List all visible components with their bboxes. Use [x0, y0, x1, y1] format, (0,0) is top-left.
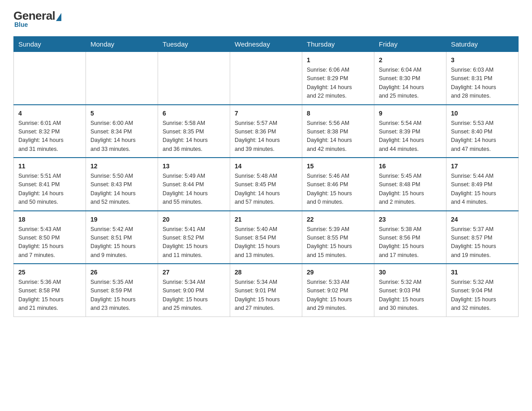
- calendar-cell: 9Sunrise: 5:54 AMSunset: 8:39 PMDaylight…: [374, 105, 446, 158]
- calendar-week-row: 11Sunrise: 5:51 AMSunset: 8:41 PMDayligh…: [14, 158, 519, 211]
- day-number: 12: [90, 162, 153, 171]
- day-number: 4: [18, 109, 81, 118]
- calendar-cell: [86, 52, 158, 105]
- calendar-week-row: 4Sunrise: 6:01 AMSunset: 8:32 PMDaylight…: [14, 105, 519, 158]
- day-number: 13: [163, 162, 225, 171]
- calendar-cell: 26Sunrise: 5:35 AMSunset: 8:59 PMDayligh…: [86, 264, 158, 317]
- weekday-header-row: SundayMondayTuesdayWednesdayThursdayFrid…: [14, 37, 519, 52]
- calendar-cell: 31Sunrise: 5:32 AMSunset: 9:04 PMDayligh…: [446, 264, 519, 317]
- calendar-cell: 10Sunrise: 5:53 AMSunset: 8:40 PMDayligh…: [446, 105, 519, 158]
- day-number: 14: [235, 162, 297, 171]
- weekday-header-sunday: Sunday: [14, 37, 86, 52]
- calendar-cell: 13Sunrise: 5:49 AMSunset: 8:44 PMDayligh…: [158, 158, 230, 211]
- day-number: 31: [451, 268, 514, 277]
- day-number: 25: [18, 268, 81, 277]
- day-number: 15: [307, 162, 369, 171]
- day-number: 21: [235, 215, 297, 224]
- day-info: Sunrise: 5:36 AMSunset: 8:58 PMDaylight:…: [18, 278, 81, 313]
- day-number: 8: [307, 109, 369, 118]
- day-info: Sunrise: 5:42 AMSunset: 8:51 PMDaylight:…: [90, 225, 153, 260]
- calendar-cell: 11Sunrise: 5:51 AMSunset: 8:41 PMDayligh…: [14, 158, 86, 211]
- day-number: 26: [90, 268, 153, 277]
- day-number: 10: [451, 109, 514, 118]
- calendar-cell: 18Sunrise: 5:43 AMSunset: 8:50 PMDayligh…: [14, 211, 86, 264]
- day-number: 3: [451, 56, 514, 65]
- calendar-cell: 30Sunrise: 5:32 AMSunset: 9:03 PMDayligh…: [374, 264, 446, 317]
- day-info: Sunrise: 5:34 AMSunset: 9:00 PMDaylight:…: [163, 278, 225, 313]
- day-info: Sunrise: 5:53 AMSunset: 8:40 PMDaylight:…: [451, 119, 514, 154]
- calendar-cell: 12Sunrise: 5:50 AMSunset: 8:43 PMDayligh…: [86, 158, 158, 211]
- calendar-cell: 28Sunrise: 5:34 AMSunset: 9:01 PMDayligh…: [230, 264, 302, 317]
- calendar-week-row: 18Sunrise: 5:43 AMSunset: 8:50 PMDayligh…: [14, 211, 519, 264]
- logo-triangle-icon: [56, 13, 61, 21]
- day-info: Sunrise: 5:51 AMSunset: 8:41 PMDaylight:…: [18, 172, 81, 207]
- logo: General Blue: [13, 9, 61, 28]
- calendar-cell: 27Sunrise: 5:34 AMSunset: 9:00 PMDayligh…: [158, 264, 230, 317]
- day-info: Sunrise: 5:41 AMSunset: 8:52 PMDaylight:…: [163, 225, 225, 260]
- day-info: Sunrise: 6:01 AMSunset: 8:32 PMDaylight:…: [18, 119, 81, 154]
- day-info: Sunrise: 5:38 AMSunset: 8:56 PMDaylight:…: [379, 225, 442, 260]
- day-info: Sunrise: 5:46 AMSunset: 8:46 PMDaylight:…: [307, 172, 369, 207]
- calendar-week-row: 25Sunrise: 5:36 AMSunset: 8:58 PMDayligh…: [14, 264, 519, 317]
- day-info: Sunrise: 5:45 AMSunset: 8:48 PMDaylight:…: [379, 172, 442, 207]
- calendar-cell: 17Sunrise: 5:44 AMSunset: 8:49 PMDayligh…: [446, 158, 519, 211]
- day-info: Sunrise: 6:03 AMSunset: 8:31 PMDaylight:…: [451, 66, 514, 101]
- day-info: Sunrise: 5:40 AMSunset: 8:54 PMDaylight:…: [235, 225, 297, 260]
- calendar-cell: 24Sunrise: 5:37 AMSunset: 8:57 PMDayligh…: [446, 211, 519, 264]
- day-number: 6: [163, 109, 225, 118]
- weekday-header-friday: Friday: [374, 37, 446, 52]
- calendar-cell: 21Sunrise: 5:40 AMSunset: 8:54 PMDayligh…: [230, 211, 302, 264]
- day-info: Sunrise: 5:32 AMSunset: 9:03 PMDaylight:…: [379, 278, 442, 313]
- day-number: 30: [379, 268, 442, 277]
- day-info: Sunrise: 5:35 AMSunset: 8:59 PMDaylight:…: [90, 278, 153, 313]
- day-number: 16: [379, 162, 442, 171]
- page-header: General Blue: [13, 9, 519, 28]
- day-info: Sunrise: 5:43 AMSunset: 8:50 PMDaylight:…: [18, 225, 81, 260]
- calendar-table: SundayMondayTuesdayWednesdayThursdayFrid…: [13, 36, 519, 317]
- day-number: 19: [90, 215, 153, 224]
- calendar-cell: 29Sunrise: 5:33 AMSunset: 9:02 PMDayligh…: [302, 264, 374, 317]
- day-info: Sunrise: 6:04 AMSunset: 8:30 PMDaylight:…: [379, 66, 442, 101]
- day-info: Sunrise: 5:50 AMSunset: 8:43 PMDaylight:…: [90, 172, 153, 207]
- calendar-cell: 3Sunrise: 6:03 AMSunset: 8:31 PMDaylight…: [446, 52, 519, 105]
- day-info: Sunrise: 5:44 AMSunset: 8:49 PMDaylight:…: [451, 172, 514, 207]
- day-info: Sunrise: 5:54 AMSunset: 8:39 PMDaylight:…: [379, 119, 442, 154]
- day-number: 22: [307, 215, 369, 224]
- calendar-cell: [14, 52, 86, 105]
- calendar-cell: 2Sunrise: 6:04 AMSunset: 8:30 PMDaylight…: [374, 52, 446, 105]
- day-info: Sunrise: 5:48 AMSunset: 8:45 PMDaylight:…: [235, 172, 297, 207]
- weekday-header-thursday: Thursday: [302, 37, 374, 52]
- calendar-cell: 5Sunrise: 6:00 AMSunset: 8:34 PMDaylight…: [86, 105, 158, 158]
- calendar-cell: 7Sunrise: 5:57 AMSunset: 8:36 PMDaylight…: [230, 105, 302, 158]
- day-info: Sunrise: 5:49 AMSunset: 8:44 PMDaylight:…: [163, 172, 225, 207]
- day-number: 2: [379, 56, 442, 65]
- calendar-cell: 19Sunrise: 5:42 AMSunset: 8:51 PMDayligh…: [86, 211, 158, 264]
- calendar-cell: 15Sunrise: 5:46 AMSunset: 8:46 PMDayligh…: [302, 158, 374, 211]
- calendar-cell: 16Sunrise: 5:45 AMSunset: 8:48 PMDayligh…: [374, 158, 446, 211]
- day-number: 20: [163, 215, 225, 224]
- day-number: 23: [379, 215, 442, 224]
- calendar-cell: 23Sunrise: 5:38 AMSunset: 8:56 PMDayligh…: [374, 211, 446, 264]
- calendar-cell: 6Sunrise: 5:58 AMSunset: 8:35 PMDaylight…: [158, 105, 230, 158]
- day-number: 18: [18, 215, 81, 224]
- day-info: Sunrise: 5:33 AMSunset: 9:02 PMDaylight:…: [307, 278, 369, 313]
- day-number: 29: [307, 268, 369, 277]
- day-number: 28: [235, 268, 297, 277]
- calendar-week-row: 1Sunrise: 6:06 AMSunset: 8:29 PMDaylight…: [14, 52, 519, 105]
- day-number: 24: [451, 215, 514, 224]
- day-info: Sunrise: 5:37 AMSunset: 8:57 PMDaylight:…: [451, 225, 514, 260]
- day-number: 17: [451, 162, 514, 171]
- calendar-cell: 22Sunrise: 5:39 AMSunset: 8:55 PMDayligh…: [302, 211, 374, 264]
- calendar-cell: [158, 52, 230, 105]
- day-info: Sunrise: 5:57 AMSunset: 8:36 PMDaylight:…: [235, 119, 297, 154]
- day-number: 7: [235, 109, 297, 118]
- logo-blue-text: Blue: [13, 21, 28, 28]
- calendar-cell: 25Sunrise: 5:36 AMSunset: 8:58 PMDayligh…: [14, 264, 86, 317]
- calendar-cell: 1Sunrise: 6:06 AMSunset: 8:29 PMDaylight…: [302, 52, 374, 105]
- day-number: 9: [379, 109, 442, 118]
- day-info: Sunrise: 5:58 AMSunset: 8:35 PMDaylight:…: [163, 119, 225, 154]
- weekday-header-monday: Monday: [86, 37, 158, 52]
- day-number: 11: [18, 162, 81, 171]
- day-number: 5: [90, 109, 153, 118]
- day-number: 1: [307, 56, 369, 65]
